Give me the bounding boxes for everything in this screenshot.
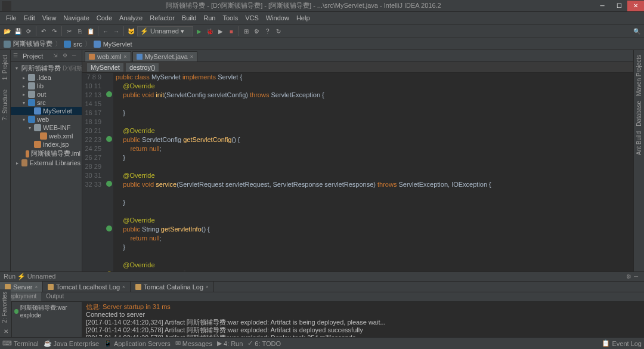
- bottom-tab[interactable]: ▶4: Run: [217, 339, 243, 347]
- menu-file[interactable]: File: [2, 13, 20, 23]
- tree-item[interactable]: ▾web: [11, 115, 82, 123]
- separator: [239, 26, 239, 36]
- run-config-select[interactable]: ⚡ Unnamed ▾: [137, 26, 193, 36]
- menu-analyze[interactable]: Analyze: [116, 13, 146, 23]
- console-output[interactable]: 信息: Server startup in 31 msConnected to …: [82, 302, 644, 337]
- tree-item[interactable]: ▸External Libraries: [11, 159, 82, 167]
- nav-method[interactable]: destroy(): [126, 63, 159, 72]
- editor-tab[interactable]: web.xml×: [85, 51, 131, 61]
- override-icon[interactable]: [106, 226, 112, 231]
- tree-item[interactable]: web.xml: [11, 132, 82, 140]
- menu-build[interactable]: Build: [178, 13, 200, 23]
- override-icon[interactable]: [106, 181, 112, 187]
- tomcat-icon[interactable]: 🐱: [126, 26, 136, 36]
- menu-view[interactable]: View: [39, 13, 60, 23]
- settings-icon[interactable]: ⚙: [252, 26, 262, 36]
- view-icon[interactable]: ☰: [13, 52, 20, 60]
- undo-icon[interactable]: ↶: [39, 26, 48, 36]
- bottom-tab[interactable]: ⌨Terminal: [2, 339, 39, 347]
- update-icon[interactable]: ↻: [274, 26, 283, 36]
- coverage-icon[interactable]: ▶: [216, 26, 225, 36]
- structure-icon[interactable]: ⊞: [242, 26, 251, 36]
- stop-icon[interactable]: ■: [227, 26, 236, 36]
- menu-navigate[interactable]: Navigate: [60, 13, 92, 23]
- breadcrumb-item[interactable]: MyServlet: [103, 41, 132, 48]
- bottom-tab[interactable]: ✉Messages: [175, 339, 212, 347]
- tree-item[interactable]: index.jsp: [11, 140, 82, 149]
- project-panel-header: ☰ Project ⇲ ⚙ ─: [11, 50, 82, 62]
- project-tree[interactable]: ▾ 阿斯顿辅导费 D:\阿斯顿辅导费 ▸.idea▸lib▸out▾srcMyS…: [11, 62, 82, 271]
- tree-item[interactable]: ▸lib: [11, 82, 82, 90]
- save-icon[interactable]: 💾: [13, 26, 23, 36]
- redo-icon[interactable]: ↷: [49, 26, 59, 36]
- hide-icon[interactable]: ─: [72, 52, 79, 60]
- menu-window[interactable]: Window: [262, 13, 293, 23]
- menu-run[interactable]: Run: [200, 13, 219, 23]
- intention-bulb-icon[interactable]: 💡: [106, 271, 113, 271]
- menu-vcs[interactable]: VCS: [242, 13, 262, 23]
- file-icon: [28, 82, 35, 89]
- tree-root[interactable]: ▾ 阿斯顿辅导费 D:\阿斯顿辅导费: [11, 63, 82, 73]
- hide-icon[interactable]: ─: [634, 273, 638, 280]
- run-icon[interactable]: ▶: [194, 26, 204, 36]
- close-icon[interactable]: ✕: [1, 326, 11, 336]
- help-icon[interactable]: ?: [263, 26, 273, 36]
- tomcat-icon: [135, 284, 141, 290]
- paste-icon[interactable]: 📋: [86, 26, 95, 36]
- favorites-tab[interactable]: 2: Favorites: [0, 289, 9, 325]
- tree-item[interactable]: ▸.idea: [11, 73, 82, 82]
- database-tab[interactable]: Database: [634, 98, 643, 129]
- ant-tab[interactable]: Ant Build: [634, 129, 643, 157]
- deployment-tree[interactable]: 阿斯顿辅导费:war explode: [12, 302, 82, 337]
- collapse-icon[interactable]: ⇲: [53, 52, 60, 60]
- run-tab[interactable]: Tomcat Catalina Log×: [131, 282, 214, 292]
- output-tab[interactable]: Output: [41, 292, 69, 301]
- editor-tab[interactable]: MyServlet.java×: [132, 51, 197, 61]
- override-icon[interactable]: [106, 91, 112, 97]
- editor-body[interactable]: 7 8 9 10 11 12 13 14 15 16 17 18 19 20 2…: [82, 73, 633, 271]
- override-icon[interactable]: [106, 136, 112, 142]
- copy-icon[interactable]: ⎘: [75, 26, 85, 36]
- gutter-marks[interactable]: 💡: [105, 73, 113, 271]
- gear-icon[interactable]: ⚙: [626, 273, 631, 280]
- close-icon[interactable]: ×: [122, 284, 125, 289]
- close-icon[interactable]: ×: [35, 284, 38, 289]
- bottom-tab[interactable]: ☕Java Enterprise: [44, 339, 99, 347]
- code-content[interactable]: public class MyServlet implements Servle…: [113, 73, 633, 271]
- menu-tools[interactable]: Tools: [219, 13, 242, 23]
- bottom-tab[interactable]: 📱Application Servers: [104, 339, 171, 347]
- debug-icon[interactable]: 🐞: [205, 26, 215, 36]
- structure-tab[interactable]: 7: Structure: [1, 87, 10, 123]
- maven-tab[interactable]: Maven Projects: [634, 52, 643, 98]
- bottom-tab[interactable]: ✓6: TODO: [247, 339, 281, 347]
- open-icon[interactable]: 📂: [2, 26, 12, 36]
- search-icon[interactable]: 🔍: [632, 26, 642, 36]
- menu-help[interactable]: Help: [293, 13, 314, 23]
- menu-refactor[interactable]: Refactor: [146, 13, 178, 23]
- menu-code[interactable]: Code: [93, 13, 116, 23]
- cut-icon[interactable]: ✂: [64, 26, 74, 36]
- minimize-button[interactable]: ─: [594, 1, 611, 11]
- menu-edit[interactable]: Edit: [20, 13, 39, 23]
- close-icon[interactable]: ×: [206, 284, 209, 289]
- project-tab[interactable]: 1: Project: [1, 52, 10, 82]
- gear-icon[interactable]: ⚙: [63, 52, 70, 60]
- run-tab[interactable]: Tomcat Localhost Log×: [43, 282, 131, 292]
- tree-item[interactable]: ▾WEB-INF: [11, 123, 82, 132]
- forward-icon[interactable]: →: [112, 26, 121, 36]
- tree-item[interactable]: 阿斯顿辅导费.iml: [11, 149, 82, 159]
- tree-item[interactable]: MyServlet: [11, 107, 82, 115]
- refresh-icon[interactable]: ⟳: [24, 26, 33, 36]
- back-icon[interactable]: ←: [101, 26, 110, 36]
- nav-class[interactable]: MyServlet: [87, 63, 123, 72]
- artifact-item[interactable]: 阿斯顿辅导费:war explode: [13, 303, 80, 319]
- close-icon[interactable]: ×: [190, 54, 193, 60]
- breadcrumb-item[interactable]: src: [73, 41, 82, 48]
- maximize-button[interactable]: ☐: [611, 1, 627, 11]
- event-log-tab[interactable]: 📋Event Log: [602, 339, 642, 347]
- tree-item[interactable]: ▸out: [11, 90, 82, 98]
- tree-item[interactable]: ▾src: [11, 98, 82, 107]
- breadcrumb-item[interactable]: 阿斯顿辅导费: [13, 39, 52, 48]
- close-icon[interactable]: ×: [123, 54, 126, 60]
- close-button[interactable]: ✕: [627, 1, 644, 11]
